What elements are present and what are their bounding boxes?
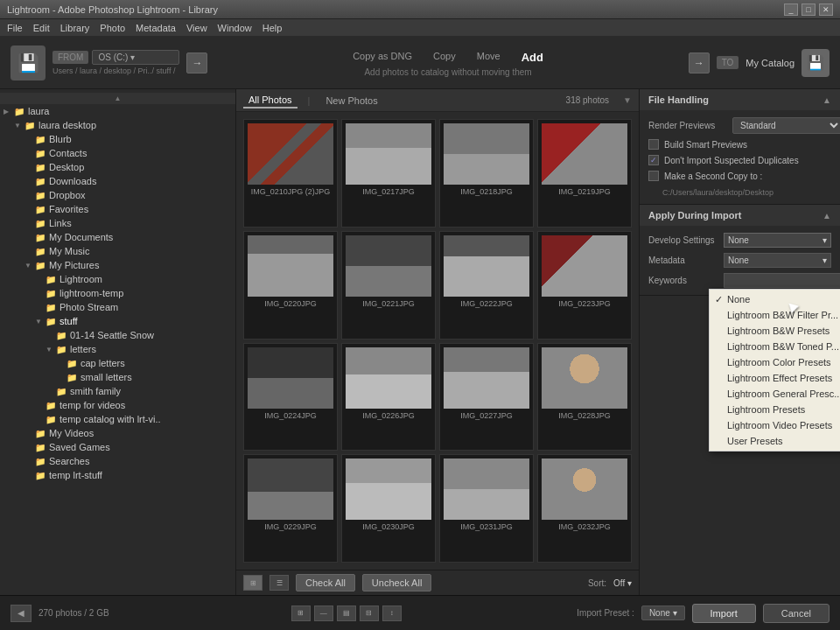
bottom-compare-icon[interactable]: ⊟ (360, 606, 379, 621)
tab-all-photos[interactable]: All Photos (243, 93, 298, 108)
sidebar-folder-item[interactable]: ▼ 📁 laura desktop (0, 118, 235, 132)
menu-help[interactable]: Help (262, 23, 283, 33)
dont-import-duplicates-checkbox[interactable]: ✓ (648, 155, 659, 165)
grid-filter-icon[interactable]: ▼ (623, 95, 632, 105)
menu-window[interactable]: Window (218, 23, 252, 33)
apply-during-import-header[interactable]: Apply During Import ▲ (640, 205, 840, 226)
photo-cell[interactable]: ☑ IMG_0227JPG (439, 343, 534, 452)
sidebar-folder-item[interactable]: 📁 Dropbox (0, 188, 235, 202)
render-previews-select[interactable]: Standard Minimal Embedded & Sidecar 1:1 (732, 117, 840, 134)
bottom-detail-icon[interactable]: ▤ (337, 606, 356, 621)
menu-view[interactable]: View (186, 23, 207, 33)
sidebar-folder-item[interactable]: 📁 Contacts (0, 146, 235, 160)
source-arrow-button[interactable]: → (186, 52, 207, 74)
sidebar-folder-item[interactable]: 📁 Desktop (0, 160, 235, 174)
copy-button[interactable]: Copy (430, 49, 459, 66)
photo-cell[interactable]: ☑ IMG_0224JPG (243, 343, 338, 452)
photo-cell[interactable]: ☑ IMG_0220JPG (243, 231, 338, 340)
dropdown-item[interactable]: None (710, 291, 840, 307)
sidebar-folder-item[interactable]: ▼ 📁 My Pictures (0, 258, 235, 272)
sidebar-folder-item[interactable]: 📁 Blurb (0, 132, 235, 146)
sidebar-folder-item[interactable]: 📁 temp for videos (0, 398, 235, 412)
dropdown-item[interactable]: Lightroom Effect Presets (710, 370, 840, 386)
move-button[interactable]: Move (473, 49, 504, 66)
build-smart-previews-checkbox[interactable] (648, 139, 659, 150)
maximize-button[interactable]: □ (802, 4, 816, 16)
develop-settings-select[interactable]: None ▾ (724, 233, 831, 248)
sort-dropdown[interactable]: Off ▾ (613, 578, 632, 588)
cancel-button[interactable]: Cancel (763, 604, 830, 623)
dropdown-item[interactable]: Lightroom Color Presets (710, 354, 840, 370)
photo-cell[interactable]: ☑ IMG_0222JPG (439, 231, 534, 340)
sidebar-folder-item[interactable]: 📁 temp lrt-stuff (0, 468, 235, 482)
sidebar-toggle-button[interactable]: ◀ (10, 605, 32, 622)
dropdown-item[interactable]: Lightroom General Presc... (710, 386, 840, 402)
photo-cell[interactable]: ☑ IMG_0223JPG (537, 231, 632, 340)
file-handling-header[interactable]: File Handling ▲ (640, 89, 840, 110)
dropdown-item[interactable]: Lightroom B&W Toned P... (710, 339, 840, 354)
close-button[interactable]: ✕ (819, 4, 833, 16)
sidebar-folder-item[interactable]: 📁 Searches (0, 454, 235, 468)
sidebar-folder-item[interactable]: 📁 Photo Stream (0, 300, 235, 314)
list-view-button[interactable]: ☰ (270, 575, 289, 591)
sidebar-folder-item[interactable]: 📁 smith family (0, 384, 235, 398)
sidebar-folder-item[interactable]: 📁 01-14 Seattle Snow (0, 328, 235, 342)
photo-cell[interactable]: ☑ IMG_0219JPG (537, 119, 632, 228)
photo-cell[interactable]: ☑ IMG_0231JPG (439, 454, 534, 563)
photo-cell[interactable]: ☑ IMG_0218JPG (439, 119, 534, 228)
sidebar-folder-item[interactable]: 📁 lightroom-temp (0, 286, 235, 300)
sidebar-folder-item[interactable]: 📁 Downloads (0, 174, 235, 188)
bottom-sort-icon[interactable]: ↕ (382, 606, 402, 621)
menu-photo[interactable]: Photo (100, 23, 125, 33)
sidebar-folder-item[interactable]: 📁 Favorites (0, 202, 235, 216)
grid-view-button[interactable]: ⊞ (243, 575, 262, 591)
minimize-button[interactable]: _ (784, 4, 798, 16)
copy-as-dng-button[interactable]: Copy as DNG (349, 49, 416, 66)
import-button[interactable]: Import (692, 604, 756, 623)
check-all-button[interactable]: Check All (296, 574, 355, 592)
destination-arrow-button[interactable]: → (689, 52, 710, 74)
dropdown-item[interactable]: Lightroom Presets (710, 402, 840, 417)
bottom-list-icon[interactable]: — (314, 606, 333, 621)
photo-cell[interactable]: ☑ IMG_0230JPG (341, 454, 436, 563)
dropdown-item[interactable]: Lightroom Video Presets (710, 417, 840, 433)
photo-cell[interactable]: ☑ IMG_0217JPG (341, 119, 436, 228)
menu-edit[interactable]: Edit (33, 23, 50, 33)
sidebar-folder-item[interactable]: ▼ 📁 stuff (0, 314, 235, 328)
sidebar-folder-item[interactable]: ▶ 📁 laura (0, 104, 235, 118)
make-second-copy-checkbox[interactable] (648, 171, 659, 181)
bottom-grid-icon[interactable]: ⊞ (291, 606, 311, 621)
import-preset-select[interactable]: None ▾ (641, 606, 685, 620)
photo-cell[interactable]: ☑ IMG_0228JPG (537, 343, 632, 452)
menu-library[interactable]: Library (60, 23, 90, 33)
sidebar-folder-item[interactable]: 📁 Saved Games (0, 440, 235, 454)
sidebar-folder-item[interactable]: 📁 My Videos (0, 426, 235, 440)
photo-cell[interactable]: ☑ IMG_0229JPG (243, 454, 338, 563)
sidebar-folder-item[interactable]: ▼ 📁 letters (0, 342, 235, 356)
sidebar-folder-item[interactable]: 📁 My Music (0, 244, 235, 258)
dropdown-item[interactable]: User Presets (710, 433, 840, 449)
photo-cell[interactable]: ☑ IMG_0221JPG (341, 231, 436, 340)
photo-cell[interactable]: ☑ IMG_0226JPG (341, 343, 436, 452)
sidebar-folder-item[interactable]: 📁 temp catalog with lrt-vi.. (0, 412, 235, 426)
sidebar-folder-item[interactable]: 📁 Links (0, 216, 235, 230)
keywords-input[interactable] (724, 273, 840, 288)
dropdown-item[interactable]: Lightroom B&W Filter Pr... (710, 307, 840, 323)
menu-metadata[interactable]: Metadata (136, 23, 176, 33)
dropdown-item[interactable]: Lightroom B&W Presets (710, 323, 840, 339)
photo-cell[interactable]: ☑ IMG_0210JPG (2)JPG (243, 119, 338, 228)
sidebar-folder-item[interactable]: 📁 My Documents (0, 230, 235, 244)
folder-icon: 📁 (35, 135, 47, 144)
menu-file[interactable]: File (7, 23, 23, 33)
photo-cell[interactable]: ☑ IMG_0232JPG (537, 454, 632, 563)
source-path[interactable]: OS (C:) ▾ (92, 50, 179, 65)
sidebar-folder-item[interactable]: 📁 cap letters (0, 356, 235, 370)
photo-thumbnail (248, 347, 333, 409)
sidebar-scroll-up[interactable]: ▲ (0, 93, 235, 104)
sidebar-folder-item[interactable]: 📁 Lightroom (0, 272, 235, 286)
metadata-select[interactable]: None ▾ (724, 253, 831, 268)
uncheck-all-button[interactable]: Uncheck All (362, 574, 431, 592)
sidebar-folder-item[interactable]: 📁 small letters (0, 370, 235, 384)
add-button[interactable]: Add (518, 49, 547, 66)
tab-new-photos[interactable]: New Photos (320, 94, 382, 108)
